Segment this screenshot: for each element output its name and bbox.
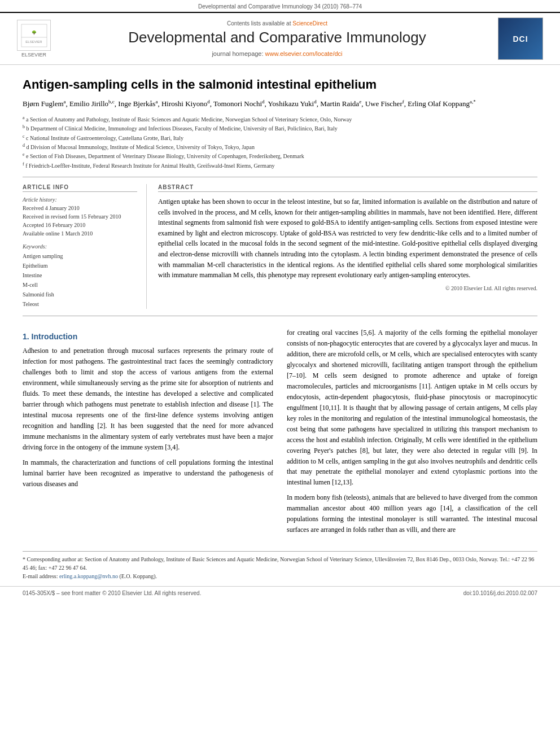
email-label: E-mail address:	[23, 573, 59, 579]
right-para-2: In modern bony fish (teleosts), animals …	[287, 492, 537, 535]
homepage-line: journal homepage: www.elsevier.com/locat…	[68, 50, 487, 57]
homepage-url[interactable]: www.elsevier.com/locate/dci	[265, 50, 343, 57]
received-date: Received 4 January 2010	[23, 204, 137, 212]
keyword-2: Epithelium	[23, 261, 137, 270]
doi-text: doi:10.1016/j.dci.2010.02.007	[463, 590, 537, 596]
sciencedirect-link[interactable]: ScienceDirect	[292, 20, 327, 27]
intro-heading: 1. Introduction	[23, 332, 273, 341]
article-info-heading: ARTICLE INFO	[23, 184, 137, 192]
contents-text: Contents lists available at	[227, 20, 291, 27]
corresponding-footnote: * Corresponding author at: Section of An…	[23, 555, 537, 572]
affiliation-c: c c National Institute of Gastroenterolo…	[23, 133, 537, 142]
affiliation-e: e e Section of Fish Diseases, Department…	[23, 151, 537, 160]
content-area: Antigen-sampling cells in the salmonid i…	[0, 77, 560, 580]
svg-text:🌳: 🌳	[31, 30, 36, 35]
svg-text:ELSEVIER: ELSEVIER	[25, 40, 42, 43]
abstract-text: Antigen uptake has been shown to occur i…	[158, 196, 537, 281]
license-text: 0145-305X/$ – see front matter © 2010 El…	[23, 590, 201, 596]
right-col: for creating oral vaccines [5,6]. A majo…	[287, 327, 537, 540]
elsevier-logo-box: 🌳 ELSEVIER	[17, 20, 51, 51]
received-revised-date: Received in revised form 15 February 201…	[23, 212, 137, 221]
divider-2	[23, 316, 537, 316]
authors-line: Bjørn Fuglema, Emilio Jirillob,c, Inge B…	[23, 98, 537, 110]
abstract-heading: ABSTRACT	[158, 184, 537, 192]
accepted-date: Accepted 16 February 2010	[23, 221, 137, 229]
keyword-4: M-cell	[23, 280, 137, 290]
affiliation-a: a a Section of Anatomy and Pathology, In…	[23, 115, 537, 124]
elsevier-label: ELSEVIER	[21, 52, 46, 58]
journal-title-center: Contents lists available at ScienceDirec…	[56, 20, 498, 56]
article-info-abstract: ARTICLE INFO Article history: Received 4…	[23, 184, 537, 309]
intro-para-2: In mammals, the characterization and fun…	[23, 457, 273, 490]
keywords-label: Keywords:	[23, 243, 137, 250]
email-owner: (E.O. Koppang).	[119, 573, 157, 579]
article-info-col: ARTICLE INFO Article history: Received 4…	[23, 184, 147, 309]
homepage-label: journal homepage:	[212, 50, 263, 57]
dci-logo: DCI	[498, 18, 543, 60]
divider-1	[23, 177, 537, 177]
journal-citation: Developmental and Comparative Immunology…	[198, 3, 362, 10]
main-content: 1. Introduction Adhesion to and penetrat…	[23, 327, 537, 540]
keyword-3: Intestine	[23, 270, 137, 280]
journal-banner: 🌳 ELSEVIER ELSEVIER Contents lists avail…	[0, 13, 560, 65]
svg-rect-0	[21, 24, 47, 47]
keyword-6: Teleost	[23, 299, 137, 309]
page-footer: 0145-305X/$ – see front matter © 2010 El…	[0, 586, 560, 600]
right-para-1: for creating oral vaccines [5,6]. A majo…	[287, 327, 537, 488]
footnotes-area: * Corresponding author at: Section of An…	[23, 551, 537, 580]
intro-para-1: Adhesion to and penetration through muco…	[23, 346, 273, 453]
available-date: Available online 1 March 2010	[23, 229, 137, 238]
affiliation-f: f f Friedrich-Loeffler-Institute, Federa…	[23, 161, 537, 170]
email-link[interactable]: erling.a.koppang@nvh.no	[59, 573, 118, 579]
contents-line: Contents lists available at ScienceDirec…	[68, 20, 487, 27]
affiliations: a a Section of Anatomy and Pathology, In…	[23, 115, 537, 170]
article-title: Antigen-sampling cells in the salmonid i…	[23, 77, 537, 92]
keywords-list: Antigen sampling Epithelium Intestine M-…	[23, 251, 137, 309]
journal-main-title: Developmental and Comparative Immunology	[68, 29, 487, 46]
journal-header-line: Developmental and Comparative Immunology…	[0, 0, 560, 13]
abstract-col: ABSTRACT Antigen uptake has been shown t…	[158, 184, 537, 309]
copyright-line: © 2010 Elsevier Ltd. All rights reserved…	[158, 285, 537, 291]
affiliation-d: d d Division of Mucosal Immunology, Inst…	[23, 142, 537, 151]
two-col-main: 1. Introduction Adhesion to and penetrat…	[23, 327, 537, 540]
keyword-1: Antigen sampling	[23, 251, 137, 261]
elsevier-logo: 🌳 ELSEVIER ELSEVIER	[11, 20, 56, 58]
history-label: Article history:	[23, 196, 137, 203]
keyword-5: Salmonid fish	[23, 290, 137, 299]
email-footnote: E-mail address: erling.a.koppang@nvh.no …	[23, 572, 537, 580]
affiliation-b: b b Department of Clinical Medicine, Imm…	[23, 124, 537, 133]
left-col: 1. Introduction Adhesion to and penetrat…	[23, 327, 273, 540]
